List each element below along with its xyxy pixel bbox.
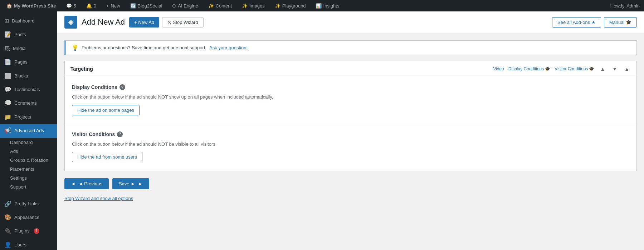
- sidebar-item-dashboard[interactable]: ⊞ Dashboard: [0, 14, 57, 28]
- visitor-conditions-section: Visitor Conditions ? Click on the button…: [65, 124, 636, 171]
- targeting-title: Targeting: [70, 66, 93, 72]
- header-right-buttons: See all Add-ons ★ Manual 🎓: [552, 17, 637, 28]
- save-button[interactable]: Save ► ►: [112, 178, 149, 189]
- content-icon: ✨: [208, 3, 214, 9]
- admin-bar: 🏠 My WordPress Site 💬 5 🔔 0 + New 🔄 Blog…: [0, 0, 644, 11]
- collapse-toggle-button[interactable]: ▲: [623, 65, 631, 72]
- save-arrow-icon: ►: [138, 181, 143, 186]
- plus-icon: +: [106, 3, 109, 9]
- sidebar-item-plugins[interactable]: 🔌 Plugins 1: [0, 224, 57, 238]
- visitor-conditions-help-icon[interactable]: ?: [117, 131, 123, 137]
- targeting-header-right: Video Display Conditions 🎓 Visitor Condi…: [493, 65, 631, 72]
- video-link[interactable]: Video: [493, 66, 504, 71]
- aiengine-icon: ⬡: [172, 3, 176, 9]
- visitor-conditions-title: Visitor Conditions ?: [72, 131, 629, 137]
- sidebar-item-pretty-links[interactable]: 🔗 Pretty Links: [0, 197, 57, 211]
- pretty-links-icon: 🔗: [4, 200, 11, 208]
- sidebar-item-projects[interactable]: 📁 Projects: [0, 110, 57, 124]
- visitor-conditions-desc: Click on the button below if the ad shou…: [72, 141, 629, 148]
- sidebar-item-blocks[interactable]: ⬜ Blocks: [0, 69, 57, 83]
- ask-question-link[interactable]: Ask your question!: [209, 45, 248, 50]
- sidebar-item-users[interactable]: 👤 Users: [0, 238, 57, 250]
- adminbar-insights[interactable]: 📊 Insights: [314, 0, 342, 11]
- blog2social-icon: 🔄: [130, 3, 136, 9]
- sidebar-sub-groups-rotation[interactable]: Groups & Rotation: [0, 156, 57, 165]
- sidebar-sub-placements[interactable]: Placements: [0, 165, 57, 174]
- adminbar-blog2social[interactable]: 🔄 Blog2Social: [128, 0, 165, 11]
- display-conditions-section: Display Conditions ? Click on the button…: [65, 77, 636, 124]
- insights-icon: 📊: [316, 3, 322, 9]
- info-icon: 💡: [72, 44, 79, 51]
- updates-icon: 🔔: [86, 3, 92, 9]
- page-title: Add New Ad: [82, 18, 125, 27]
- blocks-icon: ⬜: [4, 72, 11, 80]
- targeting-header: Targeting Video Display Conditions 🎓 Vis…: [65, 61, 636, 77]
- comments-nav-icon: 💭: [4, 99, 11, 107]
- previous-arrow-icon: ◄: [71, 181, 75, 186]
- bottom-actions: ◄ ◄ Previous Save ► ►: [64, 178, 637, 189]
- visitor-conditions-link[interactable]: Visitor Conditions 🎓: [555, 66, 594, 71]
- media-icon: 🖼: [4, 45, 10, 52]
- adminbar-images[interactable]: ✨ Images: [240, 0, 267, 11]
- adminbar-updates[interactable]: 🔔 0: [84, 0, 98, 11]
- adminbar-content[interactable]: ✨ Content: [206, 0, 234, 11]
- pages-icon: 📄: [4, 58, 11, 66]
- sidebar: ⊞ Dashboard 📝 Posts 🖼 Media 📄 Pages ⬜ Bl…: [0, 11, 57, 250]
- adminbar-site[interactable]: 🏠 My WordPress Site: [4, 0, 58, 11]
- adminbar-playground[interactable]: ✨ Playground: [273, 0, 308, 11]
- header-buttons: + New Ad ✕ Stop Wizard: [129, 17, 203, 28]
- projects-icon: 📁: [4, 113, 11, 121]
- see-addons-button[interactable]: See all Add-ons ★: [552, 17, 601, 28]
- targeting-box: Targeting Video Display Conditions 🎓 Vis…: [64, 61, 637, 171]
- manual-button[interactable]: Manual 🎓: [604, 17, 637, 28]
- comments-icon: 💬: [66, 3, 72, 9]
- sidebar-sub-dashboard[interactable]: Dashboard: [0, 138, 57, 147]
- sidebar-item-comments[interactable]: 💭 Comments: [0, 96, 57, 110]
- sidebar-item-pages[interactable]: 📄 Pages: [0, 55, 57, 69]
- sidebar-sub-support[interactable]: Support: [0, 182, 57, 191]
- main-content: ◈ Add New Ad + New Ad ✕ Stop Wizard See …: [57, 11, 644, 250]
- sidebar-item-testimonials[interactable]: 💬 Testimonials: [0, 83, 57, 96]
- users-icon: 👤: [4, 241, 11, 249]
- sidebar-item-posts[interactable]: 📝 Posts: [0, 28, 57, 41]
- display-conditions-title: Display Conditions ?: [72, 84, 629, 90]
- info-text: Problems or questions? Save time and get…: [82, 45, 206, 50]
- display-conditions-help-icon[interactable]: ?: [119, 84, 125, 90]
- sidebar-sub-settings[interactable]: Settings: [0, 174, 57, 182]
- display-conditions-link-icon: 🎓: [545, 66, 550, 71]
- adminbar-aiengine[interactable]: ⬡ AI Engine: [170, 0, 200, 11]
- advanced-ads-icon: 📢: [4, 127, 11, 135]
- plugins-icon: 🔌: [4, 227, 11, 235]
- testimonials-icon: 💬: [4, 86, 11, 94]
- hide-ad-pages-button[interactable]: Hide the ad on some pages: [72, 105, 140, 115]
- adminbar-comments[interactable]: 💬 5: [64, 0, 78, 11]
- adminbar-user: Howdy, Admin: [610, 3, 640, 9]
- sidebar-item-media[interactable]: 🖼 Media: [0, 42, 57, 55]
- appearance-icon: 🎨: [4, 214, 11, 221]
- sidebar-item-appearance[interactable]: 🎨 Appearance: [0, 211, 57, 224]
- display-conditions-desc: Click on the button below if the ad shou…: [72, 94, 629, 101]
- page-header-icon: ◈: [64, 16, 77, 29]
- stop-wizard-button[interactable]: ✕ Stop Wizard: [162, 17, 203, 28]
- collapse-up-button[interactable]: ▲: [599, 65, 606, 72]
- page-header: ◈ Add New Ad + New Ad ✕ Stop Wizard See …: [57, 11, 644, 33]
- playground-icon: ✨: [275, 3, 280, 9]
- posts-icon: 📝: [4, 31, 11, 39]
- previous-button[interactable]: ◄ ◄ Previous: [64, 178, 109, 189]
- sidebar-sub-ads[interactable]: Ads: [0, 147, 57, 156]
- stop-wizard-show-all-link[interactable]: Stop Wizard and show all options: [64, 196, 133, 201]
- content-area: 💡 Problems or questions? Save time and g…: [57, 33, 644, 208]
- display-conditions-link[interactable]: Display Conditions 🎓: [508, 66, 550, 71]
- info-banner: 💡 Problems or questions? Save time and g…: [64, 40, 637, 55]
- plugins-badge: 1: [34, 228, 40, 234]
- dashboard-icon: ⊞: [4, 17, 9, 25]
- hide-ad-users-button[interactable]: Hide the ad from some users: [72, 152, 142, 162]
- wp-logo-icon: 🏠: [6, 3, 12, 9]
- sidebar-item-advanced-ads[interactable]: 📢 Advanced Ads: [0, 124, 57, 138]
- collapse-down-button[interactable]: ▼: [611, 65, 619, 72]
- images-icon: ✨: [242, 3, 248, 9]
- visitor-conditions-link-icon: 🎓: [589, 66, 594, 71]
- adminbar-new[interactable]: + New: [104, 0, 122, 11]
- new-ad-button[interactable]: + New Ad: [129, 17, 159, 28]
